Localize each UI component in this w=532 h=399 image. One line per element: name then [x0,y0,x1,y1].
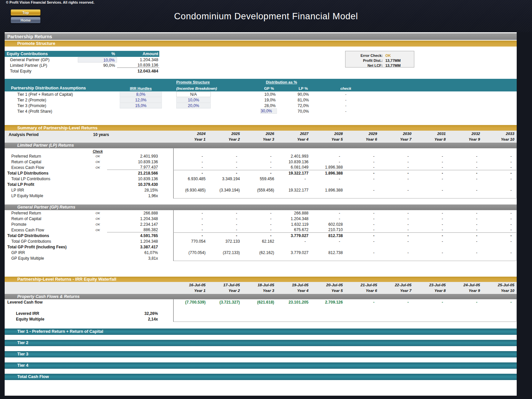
lp-cell-y3[interactable]: - [242,165,276,170]
lp-cell-y3[interactable]: - [242,160,276,164]
lp-cell-y10[interactable]: - [482,188,516,193]
lp-cell-y5[interactable]: - [311,177,345,181]
gp-cell-y2[interactable]: - [207,222,242,227]
lp-cell-y6[interactable]: - [345,188,379,193]
lp-cell-y1[interactable]: - [173,154,207,159]
lp-total[interactable]: 28,15% [107,188,158,193]
gp-cell-y10[interactable]: - [482,216,516,221]
lp-cell-y3[interactable]: - [242,171,276,176]
gp-total[interactable]: 3,81x [107,256,158,261]
gp-cell-y5[interactable]: - [311,239,345,244]
lp-cell-y1[interactable]: - [173,160,207,164]
lp-cell-y8[interactable]: - [413,154,448,159]
gp-cell-y3[interactable]: - [242,233,276,238]
gp-cell-y2[interactable]: (372.133) [207,250,242,255]
irr-hurdle-input[interactable]: 12,0% [120,97,162,103]
lp-cell-y7[interactable]: - [379,154,413,159]
gp-pct-cell[interactable]: 10,0% [242,92,277,97]
gp-cell-y7[interactable]: - [379,227,413,232]
lp-cell-y4[interactable]: 2.401.993 [276,154,311,159]
gp-cell-y2[interactable]: - [207,227,242,232]
lp-cell-y6[interactable]: - [345,171,379,176]
lp-cell-y2[interactable]: - [207,171,242,176]
gp-cell-y4[interactable]: 3.779.027 [276,233,311,238]
lp-total[interactable]: 2.401.993 [107,154,158,159]
gp-cell-y10[interactable]: - [482,233,516,238]
gp-total[interactable]: 2.234.147 [107,222,158,227]
gp-total[interactable]: 1.204.348 [107,239,158,244]
gp-cell-y1[interactable]: - [173,233,207,238]
gp-cell-y10[interactable]: - [482,211,516,215]
home-button[interactable]: Home [11,17,41,23]
gp-cell-y7[interactable]: - [379,211,413,215]
lp-cell-y5[interactable]: - [311,154,345,159]
wf-cell-y4[interactable]: 23.101.205 [276,300,311,305]
gp-cell-y9[interactable]: - [448,227,482,232]
wf-cell-y2[interactable]: (3.721.327) [207,300,242,305]
lp-cell-y9[interactable]: - [448,188,482,193]
lp-cell-y4[interactable]: 6.081.049 [276,165,311,170]
lp-cell-y2[interactable]: - [207,154,242,159]
gp-cell-y8[interactable]: - [413,222,448,227]
wf-cell-y9[interactable]: - [448,300,482,305]
gp-cell-y8[interactable]: - [413,250,448,255]
gp-cell-y5[interactable]: - [311,211,345,215]
lp-total[interactable]: 10.839.136 [107,177,158,181]
lp-cell-y5[interactable]: - [311,160,345,164]
lp-total[interactable]: 21.218.566 [107,171,158,176]
wf-cell-y5[interactable]: 2.709.126 [311,300,345,305]
gp-cell-y8[interactable]: - [413,227,448,232]
wf-cell-y1[interactable]: (7.700.539) [173,300,207,305]
gp-cell-y9[interactable]: - [448,216,482,221]
wf-cell-y10[interactable]: - [482,300,516,305]
gp-cell-y1[interactable]: 770.054 [173,239,207,244]
lp-pct-cell[interactable]: 81,0% [277,98,310,102]
lp-cell-y6[interactable]: - [345,177,379,181]
lp-cell-y8[interactable]: - [413,188,448,193]
lp-cell-y8[interactable]: - [413,171,448,176]
gp-cell-y2[interactable]: - [207,233,242,238]
lp-cell-y7[interactable]: - [379,160,413,164]
lp-cell-y6[interactable]: - [345,154,379,159]
gp-cell-y6[interactable]: - [345,227,379,232]
gp-cell-y7[interactable]: - [379,216,413,221]
gp-cell-y5[interactable]: 602.028 [311,222,345,227]
lp-cell-y8[interactable]: - [413,160,448,164]
lp-cell-y5[interactable]: 1.896.388 [311,171,345,176]
lp-cell-y7[interactable]: - [379,171,413,176]
gp-pct-input[interactable]: 30,0% [260,108,277,114]
irr-hurdle-input[interactable]: 15,0% [120,103,162,108]
gp-cell-y1[interactable]: - [173,216,207,221]
lp-cell-y6[interactable]: - [345,165,379,170]
lp-cell-y6[interactable]: - [345,160,379,164]
gp-cell-y2[interactable]: - [207,211,242,215]
lp-total[interactable]: 1,96x [107,194,158,198]
gp-cell-y4[interactable]: 1.204.348 [276,216,311,221]
lp-cell-y9[interactable]: - [448,177,482,181]
irr-hurdle-input[interactable]: 8,0% [120,92,162,97]
lp-total[interactable]: 10.379.430 [107,182,158,187]
gp-total[interactable]: 1.204.348 [107,216,158,221]
wf-cell-y7[interactable]: - [379,300,413,305]
lp-cell-y1[interactable]: 6.930.485 [173,177,207,181]
lp-cell-y2[interactable]: - [207,165,242,170]
lp-cell-y7[interactable]: - [379,188,413,193]
gp-cell-y5[interactable]: 812.738 [311,250,345,255]
lp-cell-y9[interactable]: - [448,154,482,159]
gp-cell-y7[interactable]: - [379,233,413,238]
gp-cell-y9[interactable]: - [448,250,482,255]
lp-cell-y9[interactable]: - [448,165,482,170]
lp-pct-cell[interactable]: 72,0% [277,103,310,108]
lp-cell-y5[interactable]: 1.896.388 [311,188,345,193]
gp-cell-y4[interactable]: 266.888 [276,211,311,215]
lp-cell-y4[interactable]: - [276,177,311,181]
gp-cell-y6[interactable]: - [345,239,379,244]
gp-cell-y8[interactable]: - [413,233,448,238]
wf-cell-y8[interactable]: - [413,300,448,305]
gp-cell-y6[interactable]: - [345,216,379,221]
promote-input[interactable]: 20,0% [176,103,211,108]
equity-gp-amount[interactable]: 1.204.348 [117,58,159,62]
equity-gp-pct-input[interactable]: 10,0% [78,57,117,63]
gp-cell-y4[interactable]: 675.672 [276,227,311,232]
gp-total[interactable]: 3.387.417 [107,245,158,249]
